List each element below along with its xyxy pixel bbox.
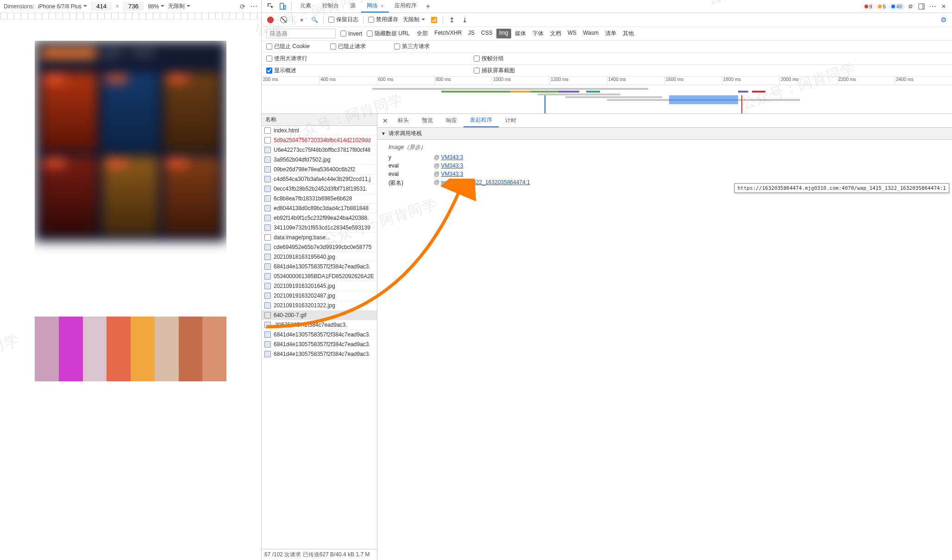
device-width-input[interactable] [91,2,112,11]
tab-network[interactable]: 网络× [361,0,389,12]
tab-elements[interactable]: 元素 [294,0,317,12]
detail-tab-timing[interactable]: 计时 [499,114,523,127]
request-row[interactable]: cde694952e65b7e3d99199cbc0e58775 [262,243,377,252]
dock-icon[interactable] [916,1,927,12]
settings-icon[interactable] [905,1,916,12]
request-row[interactable]: data:image/png;base... [262,233,377,243]
request-row[interactable]: 20210918163195640.jpg [262,252,377,262]
export-har-icon[interactable] [448,16,456,24]
stack-source-link[interactable]: VM343:3 [441,162,463,169]
close-devtools-icon[interactable] [938,1,949,12]
filter-chip-img[interactable]: Img [496,29,511,38]
filter-chip-wasm[interactable]: Wasm [580,29,601,38]
inspect-icon[interactable] [264,0,276,12]
request-row[interactable]: 640-200-7.gif [262,311,377,320]
import-har-icon[interactable] [461,16,469,24]
preserve-log-checkbox[interactable]: 保留日志 [328,16,358,24]
request-row[interactable]: 6841d4e1305758357f2f384c7ead9ac3. [262,262,377,272]
timeline-tick: 800 ms [434,77,492,85]
record-icon[interactable] [266,16,275,24]
invert-checkbox[interactable]: Invert [340,31,362,37]
throttle-selector[interactable]: 无限制 [168,2,190,10]
device-mode-icon[interactable] [276,0,288,12]
request-row[interactable]: 0534000061385BDA1FD852092626A2E [262,272,377,281]
warning-badge[interactable]: 5 [875,3,889,10]
tab-sources[interactable]: 源 [344,0,361,12]
filter-chip-字体[interactable]: 字体 [530,29,546,38]
request-row[interactable]: .305758357f2f384c7ead9ac3. [262,320,377,330]
filter-chip-ws[interactable]: WS [565,29,579,38]
clear-icon[interactable] [279,16,288,24]
image-file-icon [264,224,271,231]
device-height-input[interactable] [123,2,144,11]
request-row[interactable]: 3a9562b04dfd7502.jpg [262,155,377,165]
request-row[interactable]: 6841d4e1305758357f2f384c7ead9ac3. [262,330,377,340]
network-settings-icon[interactable] [939,16,947,24]
request-row[interactable]: 5d9a2504756720334bfbc414d21029dd [262,136,377,145]
request-row[interactable]: 09be26d798e78ea536400c6b2f2 [262,165,377,174]
request-row[interactable]: index.html [262,126,377,136]
detail-tab-headers[interactable]: 标头 [391,114,415,127]
show-overview-checkbox[interactable]: 显示概述 [266,67,322,75]
close-icon[interactable]: × [381,3,383,9]
group-by-frame-checkbox[interactable]: 按帧分组 [474,55,529,62]
filter-chip-全部[interactable]: 全部 [414,29,431,38]
timeline-overview[interactable]: 200 ms400 ms600 ms800 ms1000 ms1200 ms14… [262,77,952,114]
detail-tab-preview[interactable]: 预览 [415,114,439,127]
request-row[interactable]: eb92f14b9f1c5c232f99ea24ba420388. [262,213,377,223]
device-selector[interactable]: iPhone 6/7/8 Plus [38,3,87,10]
tab-application[interactable]: 应用程序 [389,0,422,12]
section-header[interactable]: ▼请求调用堆栈 [377,128,952,140]
request-row[interactable]: 341109e732b1f653cd1c28345e593139 [262,223,377,233]
capture-screenshots-checkbox[interactable]: 捕获屏幕截图 [474,67,529,75]
filter-icon[interactable]: ▾ [297,16,306,24]
hide-data-urls-checkbox[interactable]: 隐藏数据 URL [367,30,409,37]
request-list-header[interactable]: 名称 [262,114,377,126]
third-party-checkbox[interactable]: 第三方请求 [394,43,450,50]
request-name: 3a9562b04dfd7502.jpg [274,156,331,163]
blocked-cookies-checkbox[interactable]: 已阻止 Cookie [266,43,322,50]
detail-tab-response[interactable]: 响应 [439,114,463,127]
request-name: 20210918163195640.jpg [274,254,335,260]
large-rows-checkbox[interactable]: 使用大请求行 [266,55,322,62]
add-tab-icon[interactable] [422,1,433,12]
request-row[interactable]: ed8044138d0c89bc3dad4c17b881848 [262,204,377,213]
filter-chip-css[interactable]: CSS [478,29,495,38]
request-row[interactable]: 20210919163201322.jpg [262,301,377,311]
filter-chip-其他[interactable]: 其他 [620,29,637,38]
rotate-icon[interactable] [239,3,246,10]
zoom-selector[interactable]: 98% [148,3,164,10]
device-viewport: 首页VIP专 [0,19,261,560]
throttle-dropdown[interactable]: 无限制 [403,16,425,24]
filter-input[interactable] [266,29,336,38]
request-row[interactable]: 6841d4e1305758357f2f384c7ead9ac3. [262,349,377,359]
network-conditions-icon[interactable] [430,16,438,24]
devtools-tabstrip: 元素 控制台 源 网络× 应用程序 9 5 49 [262,0,952,13]
more-options-icon[interactable] [250,3,257,10]
blocked-requests-checkbox[interactable]: 已阻止请求 [330,43,386,50]
close-detail-icon[interactable] [379,117,391,124]
filter-chip-清单[interactable]: 清单 [602,29,619,38]
request-row[interactable]: 6c8b8ea7fb18331b6985e6b628 [262,194,377,204]
request-row[interactable]: 0ecc43fb28b52b2452d3fbf718f19531. [262,184,377,194]
filter-chip-fetch/xhr[interactable]: Fetch/XHR [432,29,464,38]
request-name: 20210919163201322.jpg [274,302,335,309]
error-badge[interactable]: 9 [862,3,875,10]
search-icon[interactable] [310,16,319,24]
more-icon[interactable] [927,1,938,12]
filter-chip-媒体[interactable]: 媒体 [512,29,529,38]
stack-source-link[interactable]: VM343:3 [441,154,463,161]
detail-tab-initiator[interactable]: 发起程序 [463,114,499,127]
request-row[interactable]: 20210919163201645.jpg [262,281,377,291]
filter-chip-js[interactable]: JS [465,29,477,38]
request-row[interactable]: 20210919163202487.jpg [262,291,377,301]
disable-cache-checkbox[interactable]: 禁用缓存 [368,16,398,24]
stack-source-link[interactable]: wap_1415_1322_1632035864474:1 [441,179,530,186]
tab-console[interactable]: 控制台 [317,0,344,12]
request-row[interactable]: 6841d4e1305758357f2f384c7ead9ac3. [262,340,377,349]
message-badge[interactable]: 49 [889,3,905,10]
request-row[interactable]: U6e42273cc75f48b3bffbc37817f80cf48 [262,145,377,155]
request-row[interactable]: c4d654ca307b3afa4c44e3b29f2ccd11.j [262,174,377,184]
stack-source-link[interactable]: VM343:3 [441,171,463,177]
filter-chip-文档[interactable]: 文档 [547,29,564,38]
